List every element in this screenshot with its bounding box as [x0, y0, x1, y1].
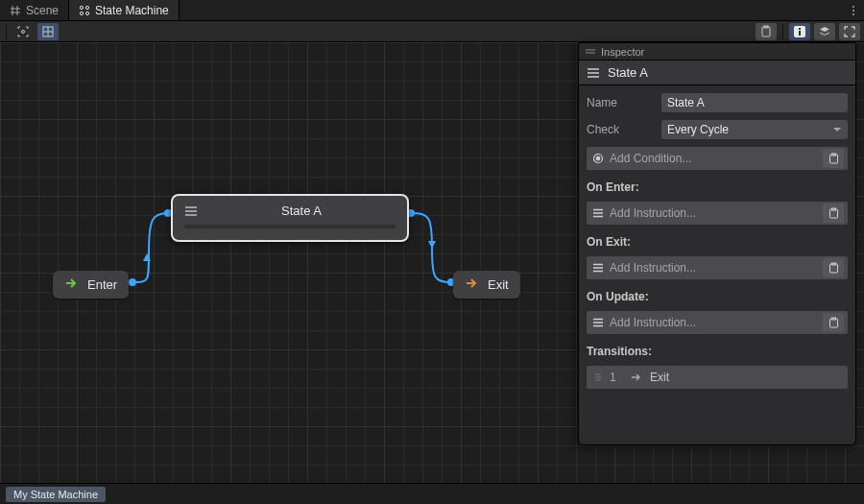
svg-point-1	[85, 6, 88, 9]
focus-icon[interactable]	[12, 23, 34, 40]
tab-state-machine[interactable]: State Machine	[69, 0, 180, 20]
fullscreen-icon[interactable]	[839, 23, 860, 40]
svg-point-2	[80, 12, 83, 14]
svg-point-7	[22, 30, 25, 33]
on-enter-add-label: Add Instruction...	[610, 206, 817, 220]
layers-icon[interactable]	[814, 23, 835, 40]
paste-icon[interactable]	[823, 258, 844, 277]
label-on-enter: On Enter:	[587, 180, 848, 194]
on-update-add-label: Add Instruction...	[610, 316, 817, 329]
toolbar	[0, 21, 864, 42]
transition-index: 1	[610, 371, 623, 384]
info-icon[interactable]	[789, 23, 810, 40]
breadcrumb-label: My State Machine	[13, 489, 98, 500]
svg-point-3	[85, 12, 88, 14]
node-exit[interactable]: Exit	[453, 271, 520, 299]
hamburger-icon[interactable]	[587, 67, 600, 79]
inspector-panel: Inspector State A Name Check Every Cycle	[578, 42, 856, 445]
hamburger-icon	[184, 205, 198, 217]
drag-handle-icon	[594, 372, 602, 382]
paste-icon[interactable]	[823, 313, 844, 332]
paste-icon[interactable]	[823, 204, 844, 223]
tab-state-machine-label: State Machine	[95, 4, 169, 17]
label-name: Name	[587, 96, 654, 109]
label-transitions: Transitions:	[587, 345, 848, 358]
node-enter[interactable]: Enter	[53, 271, 129, 299]
hash-icon	[10, 5, 21, 16]
tab-scene[interactable]: Scene	[0, 0, 69, 20]
add-condition-button[interactable]: Add Condition...	[587, 147, 848, 170]
arrow-right-orange-icon	[465, 276, 478, 293]
inspector-tab-label: Inspector	[601, 46, 644, 58]
clipboard-icon[interactable]	[756, 23, 777, 40]
svg-rect-13	[799, 31, 801, 36]
breadcrumb-chip[interactable]: My State Machine	[6, 487, 106, 502]
tab-scene-label: Scene	[26, 4, 59, 17]
svg-rect-12	[799, 28, 801, 30]
inspector-title: State A	[608, 65, 648, 80]
svg-point-4	[852, 6, 854, 8]
record-icon	[592, 153, 604, 164]
footer: My State Machine	[0, 483, 864, 504]
select-check[interactable]: Every Cycle	[661, 120, 848, 139]
arrow-right-icon	[631, 372, 642, 382]
on-update-add-button[interactable]: Add Instruction...	[587, 311, 848, 334]
top-tabbar: Scene State Machine	[0, 0, 864, 21]
label-on-update: On Update:	[587, 290, 848, 303]
transition-target: Exit	[650, 371, 669, 384]
add-condition-label: Add Condition...	[610, 152, 817, 165]
node-state-a[interactable]: State A	[171, 194, 409, 242]
grid-toggle-icon[interactable]	[37, 23, 59, 40]
node-progress-bar	[184, 225, 396, 228]
node-state-a-label: State A	[207, 204, 396, 218]
inspector-header: State A	[579, 60, 855, 85]
hamburger-icon	[592, 263, 604, 273]
transition-row[interactable]: 1 Exit	[587, 366, 848, 389]
inspector-tab[interactable]: Inspector	[579, 43, 855, 60]
label-check: Check	[587, 123, 654, 136]
label-on-exit: On Exit:	[587, 235, 848, 249]
svg-point-19	[596, 156, 600, 160]
tabbar-menu-icon[interactable]	[843, 0, 864, 20]
paste-icon[interactable]	[823, 149, 844, 168]
on-exit-add-button[interactable]: Add Instruction...	[587, 256, 848, 279]
chevron-down-icon	[832, 127, 842, 132]
svg-point-0	[80, 6, 83, 9]
svg-point-5	[852, 10, 854, 12]
on-exit-add-label: Add Instruction...	[610, 261, 817, 275]
svg-point-6	[852, 13, 854, 15]
graph-icon	[79, 5, 90, 16]
node-enter-label: Enter	[87, 277, 117, 292]
arrow-right-green-icon	[64, 276, 78, 293]
input-name[interactable]	[661, 93, 848, 112]
hamburger-icon	[592, 208, 604, 218]
canvas[interactable]: Enter Exit State A Inspector Sta	[0, 42, 864, 483]
panel-grip-icon	[585, 48, 596, 56]
node-exit-label: Exit	[488, 277, 509, 292]
select-check-value: Every Cycle	[667, 123, 729, 136]
hamburger-icon	[592, 318, 604, 327]
on-enter-add-button[interactable]: Add Instruction...	[587, 202, 848, 225]
